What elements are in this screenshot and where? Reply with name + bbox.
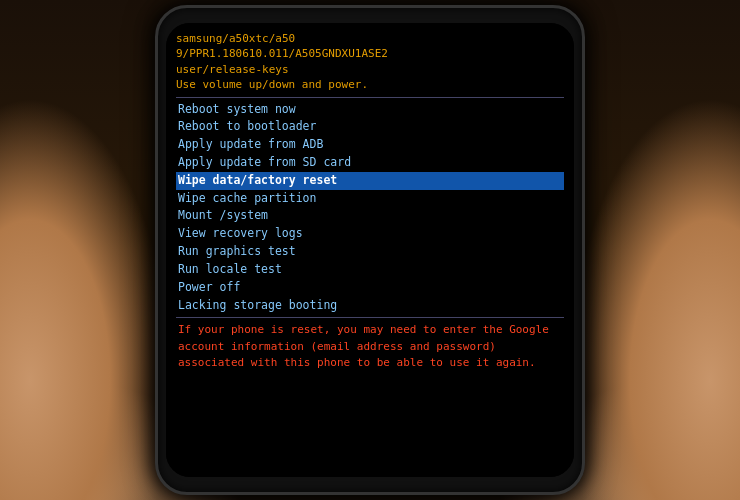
menu-item-reboot-system[interactable]: Reboot system now <box>176 101 564 119</box>
device-header: samsung/a50xtc/a50 9/PPR1.180610.011/A50… <box>176 31 564 93</box>
volume-down-button <box>155 126 157 156</box>
recovery-menu: Reboot system now Reboot to bootloader A… <box>176 101 564 315</box>
menu-item-apply-sd[interactable]: Apply update from SD card <box>176 154 564 172</box>
header-line-3: user/release-keys <box>176 62 564 77</box>
volume-up-button <box>155 88 157 118</box>
header-line-1: samsung/a50xtc/a50 <box>176 31 564 46</box>
menu-item-power-off[interactable]: Power off <box>176 279 564 297</box>
menu-item-graphics-test[interactable]: Run graphics test <box>176 243 564 261</box>
warning-text: If your phone is reset, you may need to … <box>178 322 562 372</box>
header-line-2: 9/PPR1.180610.011/A505GNDXU1ASE2 <box>176 46 564 61</box>
header-line-4: Use volume up/down and power. <box>176 77 564 92</box>
header-divider <box>176 97 564 98</box>
menu-item-wipe-data[interactable]: Wipe data/factory reset <box>176 172 564 190</box>
menu-divider <box>176 317 564 318</box>
menu-item-locale-test[interactable]: Run locale test <box>176 261 564 279</box>
menu-item-mount-system[interactable]: Mount /system <box>176 207 564 225</box>
scene: samsung/a50xtc/a50 9/PPR1.180610.011/A50… <box>0 0 740 500</box>
phone-device: samsung/a50xtc/a50 9/PPR1.180610.011/A50… <box>155 5 585 495</box>
menu-item-wipe-cache[interactable]: Wipe cache partition <box>176 190 564 208</box>
warning-section: If your phone is reset, you may need to … <box>176 322 564 372</box>
menu-item-lacking-storage[interactable]: Lacking storage booting <box>176 297 564 315</box>
power-button <box>583 108 585 148</box>
menu-item-view-logs[interactable]: View recovery logs <box>176 225 564 243</box>
menu-item-apply-adb[interactable]: Apply update from ADB <box>176 136 564 154</box>
menu-item-reboot-bootloader[interactable]: Reboot to bootloader <box>176 118 564 136</box>
phone-screen: samsung/a50xtc/a50 9/PPR1.180610.011/A50… <box>166 23 574 477</box>
recovery-screen: samsung/a50xtc/a50 9/PPR1.180610.011/A50… <box>166 23 574 477</box>
